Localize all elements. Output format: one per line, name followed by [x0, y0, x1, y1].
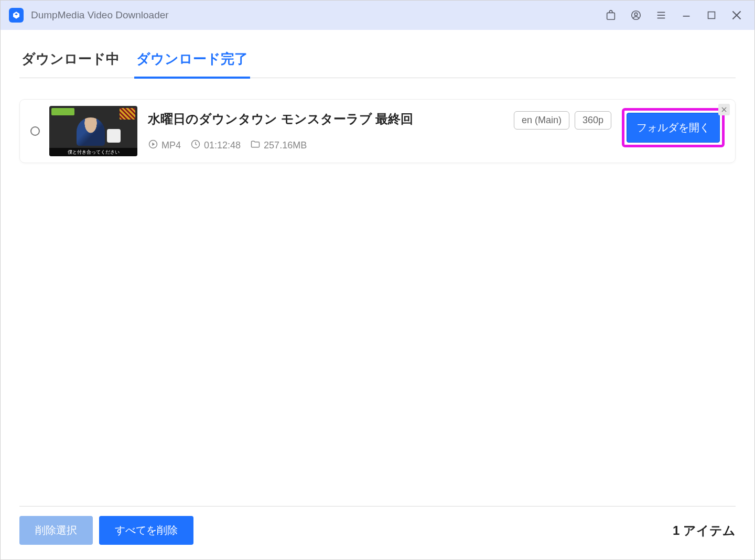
delete-all-button[interactable]: すべてを削除 — [99, 516, 193, 545]
open-folder-highlight: フォルダを開く — [622, 108, 725, 147]
clock-icon — [190, 139, 201, 152]
video-title: 水曜日のダウンタウン モンスターラブ 最終回 — [148, 111, 514, 127]
download-list: 僕と付き合ってください 水曜日のダウンタウン モンスターラブ 最終回 MP4 — [19, 78, 736, 506]
folder-icon — [250, 139, 261, 152]
thumbnail-subtitle: 僕と付き合ってください — [49, 148, 137, 156]
language-badge: en (Main) — [514, 111, 569, 130]
account-icon[interactable] — [623, 5, 649, 26]
video-thumbnail: 僕と付き合ってください — [49, 106, 137, 156]
menu-icon[interactable] — [649, 5, 674, 26]
play-icon — [148, 139, 158, 152]
tab-downloading[interactable]: ダウンロード中 — [19, 45, 122, 78]
item-count-label: 1 アイテム — [673, 522, 736, 539]
footer-bar: 削除選択 すべてを削除 1 アイテム — [19, 506, 736, 559]
open-folder-button[interactable]: フォルダを開く — [627, 113, 720, 143]
select-checkbox[interactable] — [30, 126, 40, 136]
titlebar: DumpMedia Video Downloader — [1, 1, 754, 30]
video-meta: MP4 01:12:48 257.16MB — [148, 139, 514, 152]
maximize-icon[interactable] — [699, 5, 724, 26]
app-logo-icon — [9, 8, 24, 23]
app-title: DumpMedia Video Downloader — [31, 9, 169, 21]
meta-duration: 01:12:48 — [190, 139, 241, 152]
meta-size: 257.16MB — [250, 139, 307, 152]
close-icon[interactable] — [724, 5, 749, 26]
minimize-icon[interactable] — [674, 5, 699, 26]
download-item: 僕と付き合ってください 水曜日のダウンタウン モンスターラブ 最終回 MP4 — [19, 99, 736, 163]
item-main: 水曜日のダウンタウン モンスターラブ 最終回 MP4 0 — [148, 111, 514, 152]
duration-label: 01:12:48 — [204, 140, 241, 151]
format-label: MP4 — [161, 140, 181, 151]
content-area: ダウンロード中 ダウンロード完了 僕と付き合ってください 水曜日のダウンタウン … — [1, 30, 754, 559]
size-label: 257.16MB — [264, 140, 307, 151]
store-icon[interactable] — [598, 5, 623, 26]
meta-format: MP4 — [148, 139, 181, 152]
svg-point-2 — [634, 13, 638, 16]
svg-rect-0 — [607, 13, 615, 19]
svg-rect-7 — [708, 12, 715, 19]
tab-completed[interactable]: ダウンロード完了 — [134, 45, 250, 79]
delete-selected-button[interactable]: 削除選択 — [19, 516, 93, 545]
quality-badge: 360p — [575, 111, 611, 130]
app-window: DumpMedia Video Downloader ダウンロード中 ダウンロー… — [0, 0, 755, 560]
remove-item-icon[interactable] — [718, 104, 730, 115]
tabs: ダウンロード中 ダウンロード完了 — [19, 45, 736, 78]
item-badges: en (Main) 360p — [514, 111, 611, 130]
